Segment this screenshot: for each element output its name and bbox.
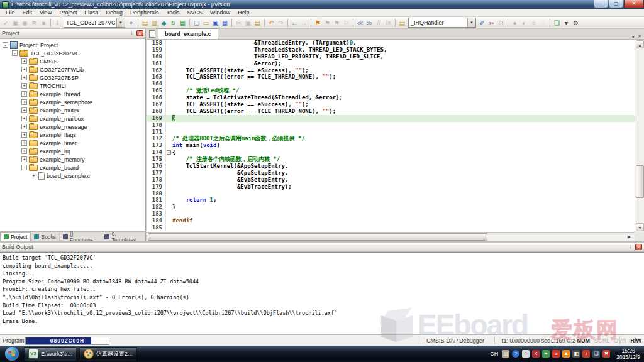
paste-icon[interactable]: ▤ <box>253 18 262 28</box>
expander-icon[interactable]: + <box>21 116 27 121</box>
expander-icon[interactable]: + <box>21 140 27 146</box>
tree-item-example-mailbox[interactable]: +example_mailbox <box>0 114 145 123</box>
panel-tab--functions[interactable]: {} Functions <box>60 233 101 241</box>
scroll-up-icon[interactable]: ▲ <box>636 40 644 48</box>
menu-debug[interactable]: Debug <box>102 9 126 17</box>
manage-items-icon[interactable]: ◆ <box>159 18 169 28</box>
code-line-162[interactable]: 162 TCL_ASSERT((state == eSuccess), ""); <box>147 67 635 74</box>
menu-flash[interactable]: Flash <box>80 9 102 17</box>
expander-icon[interactable]: + <box>21 148 27 154</box>
menu-window[interactable]: Window <box>206 9 234 17</box>
find-in-files-icon[interactable]: ✐ <box>477 18 487 28</box>
build-output-header[interactable]: Build Output ↓ ✕ <box>0 243 644 252</box>
code-line-165[interactable]: 165 /* 激活Led线程 */ <box>147 87 635 94</box>
expander-icon[interactable]: + <box>21 156 27 162</box>
tray-ime-icon[interactable]: ∴ <box>522 350 530 358</box>
language-indicator[interactable]: CH <box>490 351 498 357</box>
expander-icon[interactable]: + <box>21 99 27 105</box>
editor-tab-board-example[interactable]: board_example.c <box>158 28 218 39</box>
spread-window-icon[interactable]: ▤ <box>140 18 150 28</box>
tree-item-example-message[interactable]: +example_message <box>0 123 145 131</box>
menu-peripherals[interactable]: Peripherals <box>126 9 163 17</box>
save-icon[interactable]: ▣ <box>211 18 220 28</box>
chevron-down-icon[interactable]: ▼ <box>467 18 475 27</box>
project-panel-header[interactable]: Project ↓ ✕ <box>0 29 145 38</box>
code-line-179[interactable]: 179 &EvbTraceEntry); <box>147 184 635 190</box>
window-layout-icon[interactable]: ❏ <box>552 18 562 28</box>
code-line-175[interactable]: 175 /* 注册各个内核函数，启动内核 */ <box>147 156 635 163</box>
tray-keyboard-icon[interactable]: ▤ <box>502 350 509 358</box>
panel-tab-books[interactable]: Books <box>31 233 60 241</box>
expander-icon[interactable]: + <box>21 75 27 80</box>
code-line-176[interactable]: 176 TclStartKernel(&AppSetupEntry, <box>147 163 635 170</box>
open-file-icon[interactable]: ▭ <box>201 18 211 28</box>
tray-thunder-icon[interactable]: ▲ <box>562 350 570 358</box>
panel-close-icon[interactable]: ✕ <box>136 30 143 36</box>
code-line-170[interactable]: 170 <box>147 122 635 129</box>
code-line-174[interactable]: 174-{ <box>147 149 635 156</box>
configure-icon[interactable]: ⚙ <box>571 18 580 28</box>
scroll-down-icon[interactable]: ▼ <box>636 223 644 231</box>
menu-edit[interactable]: Edit <box>19 9 36 17</box>
expander-icon[interactable]: + <box>21 58 27 64</box>
code-line-161[interactable]: 161 &error); <box>147 60 635 67</box>
vertical-scroll-thumb[interactable] <box>636 165 644 198</box>
tray-plant-icon[interactable]: ❧ <box>542 350 550 358</box>
chevron-down-icon[interactable]: ▼ <box>116 18 125 27</box>
build-output-log[interactable]: Build target 'TCL_GD32F207VC'compiling b… <box>0 252 644 334</box>
tree-item-example-irq[interactable]: +example_irq <box>0 147 145 155</box>
tray-mute-icon[interactable]: ✖ <box>602 350 610 358</box>
menu-svcs[interactable]: SVCS <box>184 9 207 17</box>
code-line-163[interactable]: 163 TCL_ASSERT((error == TCLE_THREAD_NON… <box>147 74 635 80</box>
code-line-180[interactable]: 180 <box>147 190 635 197</box>
panel-tab-0-templates[interactable]: 0. Templates <box>101 233 145 241</box>
scroll-right-icon[interactable]: ▶ <box>625 233 633 241</box>
tab-list-dropdown-icon[interactable]: ▼ <box>631 35 635 39</box>
code-line-168[interactable]: 168 TCL_ASSERT((error == TCLE_THREAD_NON… <box>147 108 635 115</box>
horizontal-scroll-thumb[interactable] <box>148 233 487 241</box>
target-select[interactable]: TCL_GD32F207VC▼ <box>64 18 125 28</box>
taskbar-clock[interactable]: 15:26 2015/12/9 <box>616 348 640 360</box>
tray-aliwangwang-icon[interactable]: a <box>552 350 560 358</box>
code-line-158[interactable]: 158 &ThreadLedEntry, (TArgument)0, <box>147 40 635 47</box>
code-line-159[interactable]: 159 ThreadLedStack, THREAD_LED_STACK_BYT… <box>147 47 635 53</box>
copy-config-icon[interactable]: ▥ <box>150 18 159 28</box>
undo-icon[interactable]: ↶ <box>267 18 276 28</box>
indent-left-icon[interactable]: ≪ <box>355 18 365 28</box>
code-line-171[interactable]: 171 <box>147 129 635 136</box>
bookmark-toggle-icon[interactable]: ⚑ <box>313 18 323 28</box>
menu-project[interactable]: Project <box>55 9 80 17</box>
menu-view[interactable]: View <box>36 9 55 17</box>
new-file-icon[interactable]: ▢ <box>192 18 201 28</box>
code-line-160[interactable]: 160 THREAD_LED_PRIORITY, THREAD_LED_SLIC… <box>147 53 635 60</box>
find-next-icon[interactable]: ➳ <box>487 18 496 28</box>
code-line-184[interactable]: 184#endif <box>147 217 635 224</box>
tray-help-icon[interactable]: ? <box>512 350 519 358</box>
tree-item-gd32f207fwlib[interactable]: +GD32F207FWLib <box>0 65 145 74</box>
tray-network-icon[interactable]: ❏ <box>592 350 600 358</box>
maximize-button[interactable]: ▢ <box>609 0 623 8</box>
menu-help[interactable]: Help <box>234 9 253 17</box>
expander-icon[interactable]: + <box>21 67 27 72</box>
close-button[interactable]: ✕ <box>624 0 644 8</box>
build-close-icon[interactable]: ✕ <box>635 244 642 250</box>
tree-item-board-example-c[interactable]: +board_example.c <box>0 172 145 180</box>
code-line-182[interactable]: 182} <box>147 204 635 211</box>
tree-item-example-timer[interactable]: +example_timer <box>0 139 145 147</box>
panel-tab-project[interactable]: Project <box>0 232 31 241</box>
expander-icon[interactable]: + <box>21 91 27 97</box>
target-options-icon[interactable]: ✦ <box>126 18 136 28</box>
fold-collapse-icon[interactable]: - <box>167 150 171 155</box>
taskbar-item-uvision[interactable]: V5 E:\work3\tr... <box>24 347 77 361</box>
tree-item-gd32f207bsp[interactable]: +GD32F207BSP <box>0 74 145 82</box>
expander-icon[interactable]: + <box>21 124 27 129</box>
navigate-back-icon[interactable]: ← <box>290 18 299 28</box>
code-line-178[interactable]: 178 &EvbSetupEntry, <box>147 177 635 184</box>
menu-file[interactable]: File <box>2 9 19 17</box>
search-box[interactable]: _IRQHandler▼ <box>408 18 476 28</box>
code-line-173[interactable]: 173int main(void) <box>147 142 635 149</box>
vertical-scrollbar[interactable]: ▲ ▼ <box>635 40 644 232</box>
code-view[interactable]: 158 &ThreadLedEntry, (TArgument)0,159 Th… <box>147 40 635 232</box>
code-line-181[interactable]: 181 return 1; <box>147 197 635 204</box>
build-pin-icon[interactable]: ↓ <box>627 244 633 250</box>
